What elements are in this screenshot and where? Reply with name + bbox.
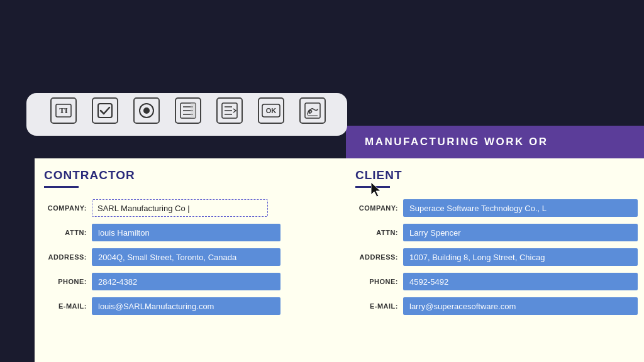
svg-rect-9 — [191, 103, 196, 118]
client-attn-row: ATTN: Larry Spencer — [355, 224, 638, 241]
text-field-button[interactable]: TI — [50, 97, 77, 124]
client-attn-input[interactable]: Larry Spencer — [403, 224, 638, 241]
contractor-address-label: ADDRESS: — [44, 253, 87, 261]
contractor-email-value: louis@SARLManufacturing.com — [98, 302, 214, 311]
list-box-button[interactable] — [175, 97, 201, 124]
contractor-company-input[interactable]: SARL Manufacturing Co | — [92, 199, 268, 217]
svg-text:OK: OK — [266, 107, 277, 114]
client-attn-value: Larry Spencer — [409, 228, 461, 238]
client-address-row: ADDRESS: 1007, Building 8, Long Street, … — [355, 248, 638, 266]
client-company-label: COMPANY: — [355, 204, 398, 212]
client-section: CLIENT COMPANY: Superace Software Techno… — [355, 168, 638, 322]
client-email-value: larry@superacesoftware.com — [409, 302, 516, 311]
client-address-value: 1007, Building 8, Long Street, Chicag — [409, 253, 545, 262]
contractor-email-label: E-MAIL: — [44, 302, 87, 310]
contractor-title: CONTRACTOR — [44, 168, 333, 182]
client-phone-row: PHONE: 4592-5492 — [355, 273, 638, 290]
client-company-input[interactable]: Superace Software Technology Co., L — [403, 199, 638, 217]
radio-button[interactable] — [133, 97, 160, 124]
client-address-label: ADDRESS: — [355, 253, 398, 261]
contractor-email-input[interactable]: louis@SARLManufacturing.com — [92, 297, 280, 315]
client-phone-label: PHONE: — [355, 278, 398, 285]
contractor-section: CONTRACTOR COMPANY: SARL Manufacturing C… — [44, 168, 333, 322]
contractor-divider — [44, 186, 79, 188]
contractor-address-input[interactable]: 2004Q, Small Street, Toronto, Canada — [92, 248, 280, 266]
ok-button[interactable]: OK — [258, 97, 284, 124]
client-email-label: E-MAIL: — [355, 302, 398, 310]
client-phone-value: 4592-5492 — [409, 277, 448, 287]
contractor-attn-value: louis Hamilton — [98, 228, 150, 238]
checkbox-button[interactable] — [92, 97, 118, 124]
client-divider — [355, 186, 390, 188]
purple-bar-text: MANUFACTURING WORK OR — [365, 136, 548, 148]
contractor-attn-input[interactable]: louis Hamilton — [92, 224, 280, 241]
client-email-input[interactable]: larry@superacesoftware.com — [403, 297, 638, 315]
contractor-phone-row: PHONE: 2842-4382 — [44, 273, 333, 290]
client-address-input[interactable]: 1007, Building 8, Long Street, Chicag — [403, 248, 638, 266]
contractor-attn-label: ATTN: — [44, 229, 87, 236]
contractor-company-label: COMPANY: — [44, 204, 87, 212]
contractor-phone-input[interactable]: 2842-4382 — [92, 273, 280, 290]
contractor-company-value: SARL Manufacturing Co | — [97, 204, 190, 213]
purple-header-bar: MANUFACTURING WORK OR — [346, 126, 644, 158]
contractor-phone-label: PHONE: — [44, 278, 87, 285]
contractor-attn-row: ATTN: louis Hamilton — [44, 224, 333, 241]
contractor-phone-value: 2842-4382 — [98, 277, 137, 287]
combo-box-button[interactable] — [216, 97, 243, 124]
toolbar: TI — [50, 97, 326, 124]
sign-button[interactable] — [299, 97, 326, 124]
svg-point-4 — [143, 107, 150, 114]
client-company-row: COMPANY: Superace Software Technology Co… — [355, 199, 638, 217]
contractor-company-row: COMPANY: SARL Manufacturing Co | — [44, 199, 333, 217]
contractor-address-row: ADDRESS: 2004Q, Small Street, Toronto, C… — [44, 248, 333, 266]
contractor-email-row: E-MAIL: louis@SARLManufacturing.com — [44, 297, 333, 315]
svg-text:TI: TI — [59, 106, 68, 115]
client-phone-input[interactable]: 4592-5492 — [403, 273, 638, 290]
client-email-row: E-MAIL: larry@superacesoftware.com — [355, 297, 638, 315]
client-title: CLIENT — [355, 168, 638, 182]
client-attn-label: ATTN: — [355, 229, 398, 236]
client-company-value: Superace Software Technology Co., L — [409, 204, 547, 213]
contractor-address-value: 2004Q, Small Street, Toronto, Canada — [98, 253, 236, 262]
